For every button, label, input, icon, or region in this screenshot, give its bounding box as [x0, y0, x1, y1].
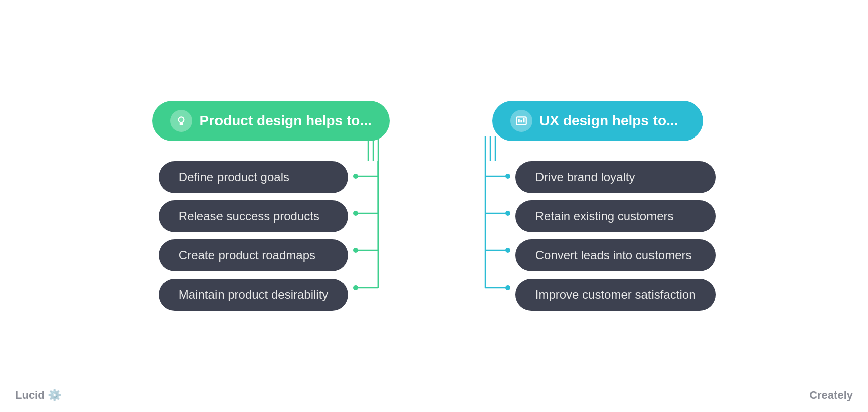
svg-point-16 — [353, 285, 358, 290]
list-item: Convert leads into customers — [515, 239, 716, 271]
left-connector-svg — [348, 161, 383, 332]
list-item: Improve customer satisfaction — [515, 279, 716, 311]
list-item: Retain existing customers — [515, 200, 716, 232]
svg-rect-21 — [518, 119, 520, 122]
right-connector-svg — [480, 161, 515, 332]
left-connectors — [348, 161, 383, 332]
list-item: Define product goals — [159, 161, 348, 193]
diagram-container: Product design helps to... Define produc… — [152, 81, 715, 332]
list-item: Create product roadmaps — [159, 239, 348, 271]
svg-point-0 — [179, 117, 184, 122]
right-header-label: UX design helps to... — [539, 113, 678, 129]
left-branch: Product design helps to... Define produc… — [152, 101, 389, 332]
svg-point-13 — [353, 174, 358, 179]
right-items-area: Drive brand loyalty Retain existing cust… — [480, 146, 716, 332]
left-header-icon — [170, 110, 192, 132]
watermark-right: Creately — [809, 389, 853, 402]
left-header-pill: Product design helps to... — [152, 101, 389, 141]
svg-point-14 — [353, 211, 358, 216]
list-item: Release success products — [159, 200, 348, 232]
left-header-label: Product design helps to... — [199, 113, 371, 129]
left-items-area: Define product goals Release success pro… — [159, 146, 383, 332]
right-branch: UX design helps to... — [480, 101, 716, 332]
svg-point-31 — [505, 248, 510, 253]
left-items-list: Define product goals Release success pro… — [159, 161, 348, 332]
right-connectors — [480, 161, 515, 332]
svg-point-15 — [353, 248, 358, 253]
svg-rect-22 — [520, 120, 522, 122]
right-header-icon — [510, 110, 532, 132]
right-header-pill: UX design helps to... — [492, 101, 703, 141]
watermark-left: Lucid ⚙️ — [15, 389, 61, 402]
right-items-list: Drive brand loyalty Retain existing cust… — [515, 161, 716, 332]
list-item: Maintain product desirability — [159, 279, 348, 311]
svg-point-29 — [505, 174, 510, 179]
svg-point-30 — [505, 211, 510, 216]
svg-rect-23 — [523, 118, 524, 122]
list-item: Drive brand loyalty — [515, 161, 716, 193]
svg-point-32 — [505, 285, 510, 290]
